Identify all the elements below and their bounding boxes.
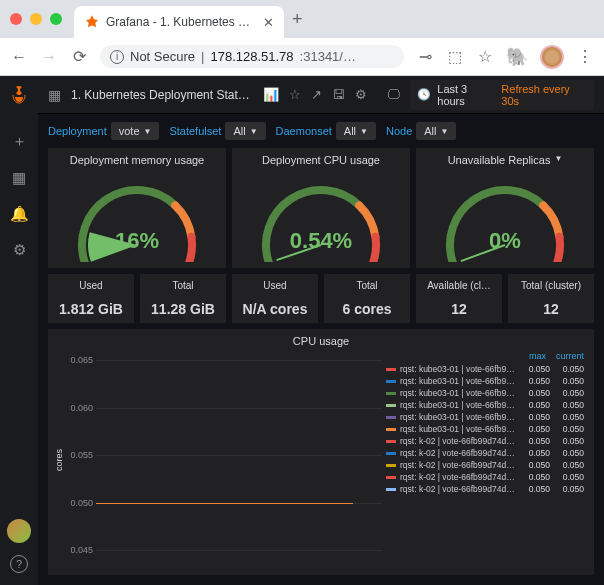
browser-toolbar: ← → ⟳ i Not Secure | 178.128.51.78:31341… — [0, 38, 604, 76]
series-current: 0.050 — [554, 484, 584, 494]
address-bar[interactable]: i Not Secure | 178.128.51.78:31341/… — [100, 45, 404, 68]
panels-area: Deployment memory usage16%Deployment CPU… — [38, 148, 604, 585]
filter-value-0[interactable]: vote ▼ — [111, 122, 160, 140]
legend-row[interactable]: rqst: kube03-01 | vote-66fb99d74d-j6wx90… — [386, 375, 588, 387]
legend-row[interactable]: rqst: k-02 | vote-66fb99d74d-p44l40.0500… — [386, 471, 588, 483]
evernote-extension-icon[interactable]: 🐘 — [506, 46, 528, 68]
site-info-icon[interactable]: i — [110, 50, 124, 64]
stat-panel-2[interactable]: UsedN/A cores — [232, 274, 318, 323]
chart-legend[interactable]: max current rqst: kube03-01 | vote-66fb9… — [386, 351, 588, 569]
dashboards-icon[interactable]: ▦ — [12, 169, 26, 187]
series-current: 0.050 — [554, 388, 584, 398]
series-current: 0.050 — [554, 400, 584, 410]
template-variables: Deploymentvote ▼StatefulsetAll ▼Daemonse… — [38, 114, 604, 148]
gauge-panel-1[interactable]: Deployment CPU usage0.54% — [232, 148, 410, 268]
series-max: 0.050 — [520, 412, 550, 422]
close-tab-icon[interactable]: ✕ — [263, 15, 274, 30]
stat-panel-0[interactable]: Used1.812 GiB — [48, 274, 134, 323]
legend-row[interactable]: rqst: k-02 | vote-66fb99d74d-tjhwr0.0500… — [386, 447, 588, 459]
gauge-panel-2[interactable]: Unavailable Replicas ▼0% — [416, 148, 594, 268]
series-swatch — [386, 404, 396, 407]
window-controls[interactable] — [10, 13, 62, 25]
forward-button[interactable]: → — [40, 48, 58, 66]
search-icon[interactable]: ⬚ — [446, 48, 464, 66]
series-swatch — [386, 428, 396, 431]
series-name: rqst: kube03-01 | vote-66fb99d74d-5kxnd — [400, 424, 516, 434]
legend-row[interactable]: rqst: kube03-01 | vote-66fb99d74d-dc59l0… — [386, 411, 588, 423]
share-icon[interactable]: ↗ — [311, 87, 322, 102]
configuration-icon[interactable]: ⚙ — [13, 241, 26, 259]
stat-panel-1[interactable]: Total11.28 GiB — [140, 274, 226, 323]
maximize-window[interactable] — [50, 13, 62, 25]
filter-label-1: Statefulset — [169, 125, 221, 137]
stat-panel-4[interactable]: Available (cl…12 — [416, 274, 502, 323]
series-name: rqst: k-02 | vote-66fb99d74d-p44l4 — [400, 472, 516, 482]
panel-title[interactable]: CPU usage — [54, 335, 588, 347]
series-name: rqst: k-02 | vote-66fb99d74d-vp7sd — [400, 436, 516, 446]
help-icon[interactable]: ? — [10, 555, 28, 573]
filter-label-0: Deployment — [48, 125, 107, 137]
legend-row[interactable]: rqst: kube03-01 | vote-66fb99d74d-hhtkx0… — [386, 387, 588, 399]
stat-panel-5[interactable]: Total (cluster)12 — [508, 274, 594, 323]
legend-row[interactable]: rqst: kube03-01 | vote-66fb99d74d-5kxnd0… — [386, 423, 588, 435]
stat-label: Available (cl… — [420, 280, 498, 291]
minimize-window[interactable] — [30, 13, 42, 25]
panel-title: Deployment CPU usage — [238, 154, 404, 166]
series-name: rqst: k-02 | vote-66fb99d74d-rhpl9 — [400, 460, 516, 470]
alerting-icon[interactable]: 🔔 — [10, 205, 29, 223]
cpu-chart[interactable]: cores 0.0450.0500.0550.0600.065 — [54, 351, 382, 569]
legend-row[interactable]: rqst: k-02 | vote-66fb99d74d-vp7sd0.0500… — [386, 435, 588, 447]
bookmark-star-icon[interactable]: ☆ — [476, 48, 494, 66]
browser-tab[interactable]: Grafana - 1. Kubernetes Deploy… ✕ — [74, 6, 284, 38]
create-icon[interactable]: ＋ — [12, 132, 27, 151]
reload-button[interactable]: ⟳ — [70, 48, 88, 66]
legend-max-header[interactable]: max — [529, 351, 546, 361]
browser-tab-bar: Grafana - 1. Kubernetes Deploy… ✕ + — [0, 0, 604, 38]
stat-label: Used — [52, 280, 130, 291]
filter-value-3[interactable]: All ▼ — [416, 122, 456, 140]
series-name: rqst: kube03-01 | vote-66fb99d74d-dc59l — [400, 412, 516, 422]
add-panel-icon[interactable]: 📊 — [263, 87, 279, 102]
gauge-value: 16% — [115, 228, 159, 254]
stat-value: 11.28 GiB — [144, 301, 222, 317]
stat-panel-3[interactable]: Total6 cores — [324, 274, 410, 323]
series-current: 0.050 — [554, 472, 584, 482]
stat-label: Total (cluster) — [512, 280, 590, 291]
gauge-panel-0[interactable]: Deployment memory usage16% — [48, 148, 226, 268]
legend-row[interactable]: rqst: kube03-01 | vote-66fb99d74d-gr7gs0… — [386, 399, 588, 411]
new-tab-button[interactable]: + — [292, 9, 303, 30]
dashboard-title[interactable]: 1. Kubernetes Deployment Statef… — [71, 88, 253, 102]
browser-menu-icon[interactable]: ⋮ — [576, 48, 594, 66]
back-button[interactable]: ← — [10, 48, 28, 66]
dashboards-grid-icon[interactable]: ▦ — [48, 87, 61, 103]
legend-row[interactable]: rqst: k-02 | vote-66fb99d74d-rhpl90.0500… — [386, 459, 588, 471]
series-max: 0.050 — [520, 436, 550, 446]
series-current: 0.050 — [554, 376, 584, 386]
panel-title: Unavailable Replicas ▼ — [422, 154, 588, 166]
grafana-favicon — [84, 14, 100, 30]
y-tick: 0.050 — [70, 498, 96, 508]
tab-title: Grafana - 1. Kubernetes Deploy… — [106, 15, 257, 29]
key-icon[interactable]: ⊸ — [416, 48, 434, 66]
star-dashboard-icon[interactable]: ☆ — [289, 87, 301, 102]
filter-value-2[interactable]: All ▼ — [336, 122, 376, 140]
series-swatch — [386, 440, 396, 443]
close-window[interactable] — [10, 13, 22, 25]
legend-current-header[interactable]: current — [556, 351, 584, 361]
time-range-picker[interactable]: 🕓 Last 3 hours Refresh every 30s — [410, 80, 594, 110]
series-swatch — [386, 380, 396, 383]
series-swatch — [386, 416, 396, 419]
filter-value-1[interactable]: All ▼ — [225, 122, 265, 140]
legend-row[interactable]: rqst: kube03-01 | vote-66fb99d74d-n2kt90… — [386, 363, 588, 375]
grafana-logo[interactable] — [0, 76, 38, 114]
series-max: 0.050 — [520, 484, 550, 494]
user-avatar[interactable] — [7, 519, 31, 543]
settings-gear-icon[interactable]: ⚙ — [355, 87, 367, 102]
legend-row[interactable]: rqst: k-02 | vote-66fb99d74d-bddhz0.0500… — [386, 483, 588, 495]
profile-avatar[interactable] — [540, 45, 564, 69]
save-icon[interactable]: 🖫 — [332, 87, 345, 102]
series-current: 0.050 — [554, 364, 584, 374]
y-axis-label: cores — [54, 449, 64, 471]
series-name: rqst: kube03-01 | vote-66fb99d74d-hhtkx — [400, 388, 516, 398]
cycle-view-icon[interactable]: 🖵 — [387, 87, 400, 102]
